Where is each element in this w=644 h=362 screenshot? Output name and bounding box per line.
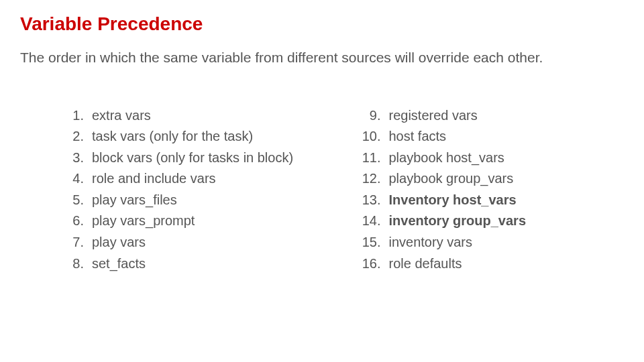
list-item: role and include vars: [57, 168, 327, 190]
page-description: The order in which the same variable fro…: [20, 47, 570, 68]
list-item-text: host facts: [389, 126, 447, 147]
list-item-text: registered vars: [389, 105, 478, 127]
precedence-list-right: registered varshost factsplaybook host_v…: [354, 105, 625, 275]
list-item-text: playbook host_vars: [389, 147, 504, 169]
list-item: play vars_prompt: [57, 210, 327, 232]
list-item-text: task vars (only for the task): [92, 126, 253, 147]
page-title: Variable Precedence: [20, 13, 624, 35]
list-item-text: playbook group_vars: [389, 168, 514, 190]
list-item: block vars (only for tasks in block): [57, 147, 327, 169]
list-item-text: play vars_files: [92, 190, 177, 211]
list-item: playbook group_vars: [354, 168, 625, 190]
list-item-text: role and include vars: [92, 168, 216, 190]
list-item: playbook host_vars: [354, 147, 625, 169]
list-item: extra vars: [57, 105, 327, 127]
list-item: host facts: [354, 126, 625, 147]
list-item-text: Inventory host_vars: [389, 190, 517, 211]
list-item-text: inventory vars: [389, 232, 473, 253]
list-item-text: play vars: [92, 232, 146, 253]
list-item: registered vars: [354, 105, 625, 127]
list-item: inventory vars: [354, 232, 625, 253]
list-item: play vars_files: [57, 190, 327, 211]
list-item-text: inventory group_vars: [389, 210, 527, 232]
list-item-text: play vars_prompt: [92, 210, 195, 232]
right-column: registered varshost factsplaybook host_v…: [354, 105, 625, 275]
list-item: set_facts: [57, 253, 327, 275]
list-item-text: set_facts: [92, 253, 146, 275]
list-item: Inventory host_vars: [354, 190, 625, 211]
precedence-columns: extra varstask vars (only for the task)b…: [20, 105, 624, 275]
list-item-text: role defaults: [389, 253, 462, 275]
list-item: inventory group_vars: [354, 210, 625, 232]
list-item: role defaults: [354, 253, 625, 275]
list-item-text: block vars (only for tasks in block): [92, 147, 293, 169]
precedence-list-left: extra varstask vars (only for the task)b…: [57, 105, 327, 275]
left-column: extra varstask vars (only for the task)b…: [57, 105, 327, 275]
list-item: play vars: [57, 232, 327, 253]
list-item: task vars (only for the task): [57, 126, 327, 147]
list-item-text: extra vars: [92, 105, 151, 127]
